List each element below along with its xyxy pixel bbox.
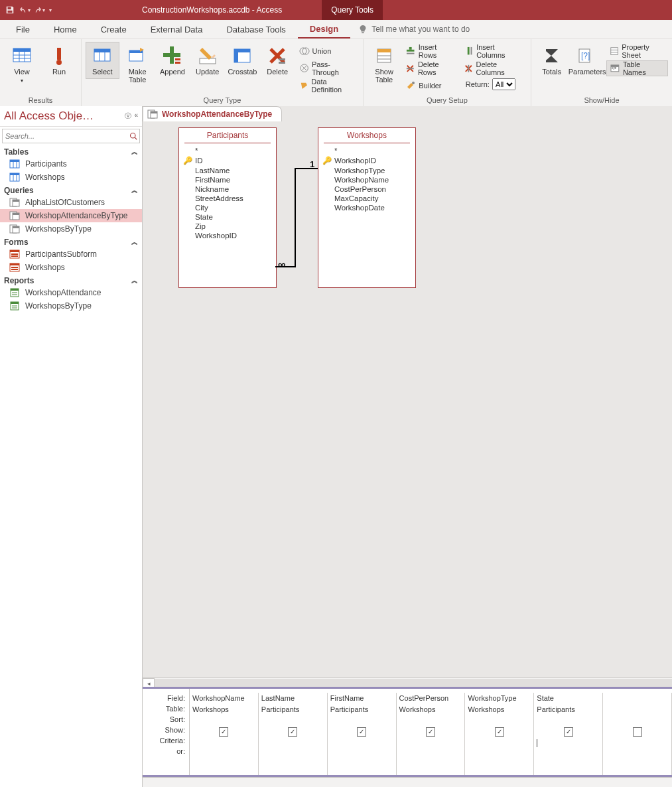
select-query-button[interactable]: Select — [86, 42, 119, 79]
qbe-table[interactable]: Participants — [534, 704, 602, 715]
field-city[interactable]: City — [184, 203, 271, 212]
qbe-field[interactable]: FirstName — [328, 693, 396, 704]
qbe-show[interactable] — [603, 727, 671, 738]
qbe-table[interactable] — [603, 704, 671, 715]
qbe-field[interactable]: WorkshopType — [465, 693, 533, 704]
table-box-participants[interactable]: Participants * 🔑ID LastName FirstName Ni… — [178, 127, 277, 288]
qbe-col-1[interactable]: LastName Participants ✓ — [259, 693, 328, 775]
table-names-button[interactable]: xyzTable Names — [606, 60, 668, 76]
nav-form-participantssubform[interactable]: ParticipantsSubform — [0, 248, 142, 261]
qbe-show[interactable]: ✓ — [190, 727, 258, 738]
nav-report-workshopsbytype[interactable]: WorkshopsByType — [0, 299, 142, 313]
builder-button[interactable]: Builder — [402, 78, 459, 94]
delete-columns-button[interactable]: Delete Columns — [460, 60, 527, 76]
data-definition-button[interactable]: Data Definition — [296, 78, 359, 94]
qbe-sort[interactable] — [465, 715, 533, 727]
tell-me-search[interactable]: Tell me what you want to do — [350, 20, 470, 38]
qbe-table[interactable]: Workshops — [397, 704, 465, 715]
view-button[interactable]: View▾ — [4, 42, 40, 88]
tab-create[interactable]: Create — [89, 20, 139, 38]
nav-section-forms[interactable]: Forms︽ — [0, 236, 142, 248]
qbe-col-2[interactable]: FirstName Participants ✓ — [328, 693, 397, 775]
qbe-sort[interactable] — [603, 715, 671, 727]
make-table-button[interactable]: Make Table — [121, 42, 155, 87]
field-workshopid[interactable]: WorkshopID — [184, 231, 271, 240]
qbe-col-empty[interactable] — [603, 693, 672, 775]
show-table-button[interactable]: Show Table — [368, 42, 401, 87]
field-star[interactable]: * — [324, 146, 410, 155]
qbe-field[interactable]: State — [534, 693, 602, 704]
nav-table-participants[interactable]: Participants — [0, 157, 142, 171]
union-button[interactable]: Union — [296, 43, 359, 59]
tab-design[interactable]: Design — [298, 20, 350, 38]
nav-header[interactable]: All Access Obje… ⓥ« — [0, 106, 142, 127]
qbe-field[interactable] — [603, 693, 671, 704]
passthrough-button[interactable]: Pass-Through — [296, 60, 359, 76]
save-icon[interactable] — [4, 4, 16, 16]
qat-customize-icon[interactable]: ▾ — [49, 7, 52, 13]
qbe-show[interactable]: ✓ — [328, 727, 396, 738]
qbe-show[interactable]: ✓ — [534, 727, 602, 738]
query-design-surface[interactable]: Participants * 🔑ID LastName FirstName Ni… — [143, 121, 672, 787]
crosstab-button[interactable]: Crosstab — [226, 42, 259, 79]
checkbox-checked-icon[interactable]: ✓ — [357, 727, 366, 737]
qbe-table[interactable]: Workshops — [465, 704, 533, 715]
nav-report-workshopattendance[interactable]: WorkshopAttendance — [0, 286, 142, 299]
field-workshopdate[interactable]: WorkshopDate — [324, 203, 410, 212]
qbe-show[interactable]: ✓ — [259, 727, 327, 738]
checkbox-checked-icon[interactable]: ✓ — [219, 727, 228, 737]
search-icon[interactable] — [127, 132, 139, 140]
delete-query-button[interactable]: Delete — [261, 42, 295, 79]
field-streetaddress[interactable]: StreetAddress — [184, 194, 271, 203]
nav-section-reports[interactable]: Reports︽ — [0, 274, 142, 286]
field-workshoptype[interactable]: WorkshopType — [324, 166, 410, 175]
insert-rows-button[interactable]: Insert Rows — [402, 43, 459, 59]
tab-databasetools[interactable]: Database Tools — [214, 20, 297, 38]
qbe-col-5[interactable]: State Participants ✓ — [534, 693, 603, 775]
field-firstname[interactable]: FirstName — [184, 175, 271, 184]
qbe-criteria[interactable] — [190, 738, 258, 749]
field-lastname[interactable]: LastName — [184, 166, 271, 175]
undo-icon[interactable]: ▾ — [19, 4, 31, 16]
qbe-criteria[interactable] — [534, 738, 602, 749]
parameters-button[interactable]: [?] Parameters — [569, 42, 605, 79]
totals-button[interactable]: Totals — [535, 42, 568, 79]
qbe-table[interactable]: Workshops — [190, 704, 258, 715]
checkbox-checked-icon[interactable]: ✓ — [495, 727, 504, 737]
delete-rows-button[interactable]: Delete Rows — [402, 60, 459, 76]
field-maxcapacity[interactable]: MaxCapacity — [324, 194, 410, 203]
table-box-workshops[interactable]: Workshops * 🔑WorkshopID WorkshopType Wor… — [318, 127, 416, 288]
checkbox-checked-icon[interactable]: ✓ — [288, 727, 297, 737]
qbe-col-3[interactable]: CostPerPerson Workshops ✓ — [397, 693, 466, 775]
nav-search[interactable] — [2, 129, 140, 143]
qbe-field[interactable]: WorkshopName — [190, 693, 258, 704]
field-nickname[interactable]: Nickname — [184, 184, 271, 194]
qbe-or[interactable] — [328, 749, 396, 760]
property-sheet-button[interactable]: Property Sheet — [606, 43, 668, 59]
qbe-sort[interactable] — [328, 715, 396, 727]
qbe-show[interactable]: ✓ — [397, 727, 465, 738]
qbe-sort[interactable] — [534, 715, 602, 727]
field-id[interactable]: 🔑ID — [184, 155, 271, 166]
checkbox-icon[interactable] — [633, 727, 642, 737]
checkbox-checked-icon[interactable]: ✓ — [426, 727, 435, 737]
redo-icon[interactable]: ▾ — [33, 4, 45, 16]
checkbox-checked-icon[interactable]: ✓ — [564, 727, 573, 737]
tab-home[interactable]: Home — [42, 20, 89, 38]
qbe-criteria[interactable] — [397, 738, 465, 749]
return-select[interactable]: All — [492, 78, 515, 90]
qbe-sort[interactable] — [190, 715, 258, 727]
search-input[interactable] — [3, 132, 127, 140]
field-star[interactable]: * — [184, 146, 271, 155]
nav-query-workshopsbytype[interactable]: WorkshopsByType — [0, 222, 142, 236]
qbe-or[interactable] — [603, 749, 671, 760]
nav-form-workshops[interactable]: Workshops — [0, 261, 142, 274]
tab-file[interactable]: File — [4, 20, 42, 38]
qbe-col-4[interactable]: WorkshopType Workshops ✓ — [465, 693, 534, 775]
qbe-or[interactable] — [259, 749, 327, 760]
tab-externaldata[interactable]: External Data — [139, 20, 215, 38]
qbe-criteria[interactable] — [259, 738, 327, 749]
qbe-sort[interactable] — [259, 715, 327, 727]
nav-dropdown-icon[interactable]: ⓥ — [125, 111, 131, 121]
field-zip[interactable]: Zip — [184, 222, 271, 231]
